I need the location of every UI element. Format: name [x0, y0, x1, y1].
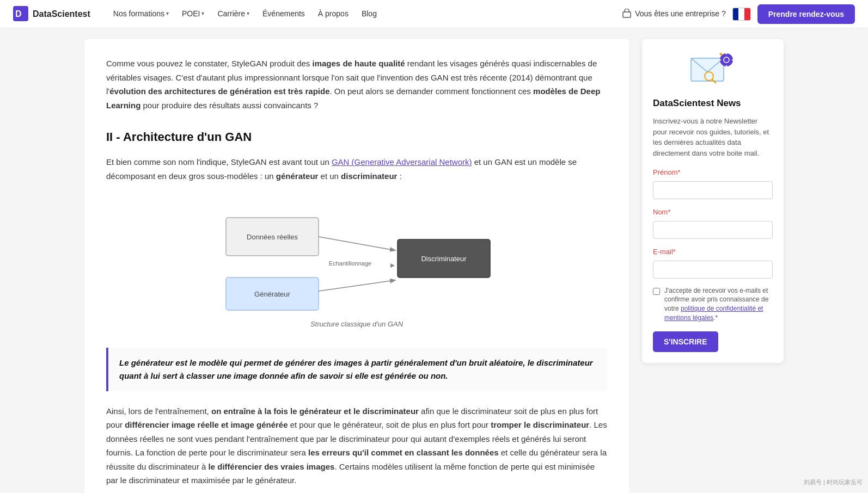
svg-text:Données réelles: Données réelles: [247, 233, 298, 241]
enterprise-label: Vous êtes une entreprise ?: [635, 8, 726, 20]
consent-checkbox[interactable]: [653, 288, 660, 295]
nav-evenements-label: Événements: [262, 8, 305, 20]
nav-item-carriere[interactable]: Carrière ▾: [212, 4, 255, 23]
nav-links: Nos formations ▾ POEI ▾ Carrière ▾ Événe…: [108, 4, 382, 23]
cta-button[interactable]: Prendre rendez-vous: [757, 4, 855, 24]
flag-blue: [733, 8, 739, 20]
news-title: DataScientest News: [653, 96, 773, 110]
chevron-down-icon: ▾: [166, 9, 169, 18]
flag-red: [744, 8, 750, 20]
consent-row: J'accepte de recevoir vos e-mails et con…: [653, 286, 773, 323]
newsletter-card: ✦ DataScientest News Inscrivez-vous à no…: [642, 39, 784, 363]
flag-white: [738, 8, 744, 20]
section-paragraph: Et bien comme son nom l'indique, StyleGA…: [106, 155, 607, 183]
intro-paragraph: Comme vous pouvez le constater, StyleGAN…: [106, 57, 607, 112]
svg-text:✦: ✦: [718, 51, 724, 58]
section-title: II - Architecture d'un GAN: [106, 127, 607, 146]
subscribe-button[interactable]: S'INSCRIRE: [653, 331, 718, 352]
nav-poei-label: POEI: [182, 8, 200, 20]
newsletter-icon: ✦: [688, 50, 737, 88]
svg-text:Echantillonnage: Echantillonnage: [329, 260, 371, 267]
gan-diagram: Données réelles Générateur Echantillonna…: [215, 196, 498, 316]
page-wrapper: Comme vous pouvez le constater, StyleGAN…: [53, 28, 815, 493]
chevron-down-icon: ▾: [201, 9, 204, 18]
bottom-paragraph: Ainsi, lors de l'entraînement, on entraî…: [106, 404, 607, 488]
privacy-link[interactable]: politique de confidentialité et mentions…: [664, 305, 763, 322]
email-input[interactable]: [653, 261, 773, 279]
logo-text: DataScientest: [33, 7, 90, 21]
svg-text:Générateur: Générateur: [254, 290, 290, 298]
nom-label: Nom*: [653, 207, 773, 218]
enterprise-icon: [622, 9, 632, 19]
prenom-group: Prénom*: [653, 167, 773, 199]
prenom-input[interactable]: [653, 181, 773, 199]
navbar-right: Vous êtes une entreprise ? Prendre rende…: [622, 4, 855, 24]
svg-rect-14: [691, 58, 724, 81]
news-card-header: ✦: [653, 50, 773, 88]
main-content: Comme vous pouvez le constater, StyleGAN…: [84, 39, 629, 493]
nav-apropos-label: À propos: [318, 8, 349, 20]
logo-icon: D: [13, 6, 28, 21]
nav-item-poei[interactable]: POEI ▾: [176, 4, 210, 23]
nav-item-apropos[interactable]: À propos: [313, 4, 354, 23]
highlight-quote-text: Le générateur est le modèle qui permet d…: [119, 358, 593, 380]
nom-group: Nom*: [653, 207, 773, 239]
watermark: 刘易号 | 时尚玩家岳可: [804, 478, 863, 488]
svg-line-7: [319, 237, 395, 250]
nom-input[interactable]: [653, 221, 773, 239]
consent-label: J'accepte de recevoir vos e-mails et con…: [664, 286, 773, 323]
svg-text:D: D: [15, 9, 22, 19]
consent-required: *: [715, 314, 718, 322]
nav-item-blog[interactable]: Blog: [356, 4, 382, 23]
navbar-left: D DataScientest Nos formations ▾ POEI ▾ …: [13, 4, 382, 23]
flag-france[interactable]: [732, 8, 751, 21]
highlight-quote: Le générateur est le modèle qui permet d…: [106, 348, 607, 391]
email-required: *: [673, 248, 676, 256]
nav-blog-label: Blog: [362, 8, 377, 20]
diagram-caption: Structure classique d'un GAN: [310, 319, 403, 330]
nav-item-evenements[interactable]: Événements: [257, 4, 310, 23]
gan-link[interactable]: GAN (Generative Adversarial Network): [332, 157, 472, 167]
enterprise-link[interactable]: Vous êtes une entreprise ?: [622, 8, 726, 20]
news-desc: Inscrivez-vous à notre Newsletter pour r…: [653, 116, 773, 158]
nav-item-formations[interactable]: Nos formations ▾: [108, 4, 174, 23]
sidebar: ✦ DataScientest News Inscrivez-vous à no…: [642, 39, 784, 493]
svg-text:Discriminateur: Discriminateur: [421, 255, 467, 263]
svg-rect-2: [623, 12, 631, 17]
svg-marker-10: [390, 263, 395, 268]
diagram-container: Données réelles Générateur Echantillonna…: [106, 196, 607, 330]
email-group: E-mail*: [653, 246, 773, 279]
logo[interactable]: D DataScientest: [13, 6, 90, 21]
prenom-label: Prénom*: [653, 167, 773, 178]
navbar: D DataScientest Nos formations ▾ POEI ▾ …: [0, 0, 868, 28]
nom-required: *: [668, 208, 670, 216]
nav-formations-label: Nos formations: [113, 8, 164, 20]
chevron-down-icon: ▾: [247, 9, 249, 18]
nav-carriere-label: Carrière: [217, 8, 245, 20]
svg-line-8: [319, 280, 395, 291]
prenom-required: *: [678, 168, 681, 176]
email-label: E-mail*: [653, 246, 773, 258]
